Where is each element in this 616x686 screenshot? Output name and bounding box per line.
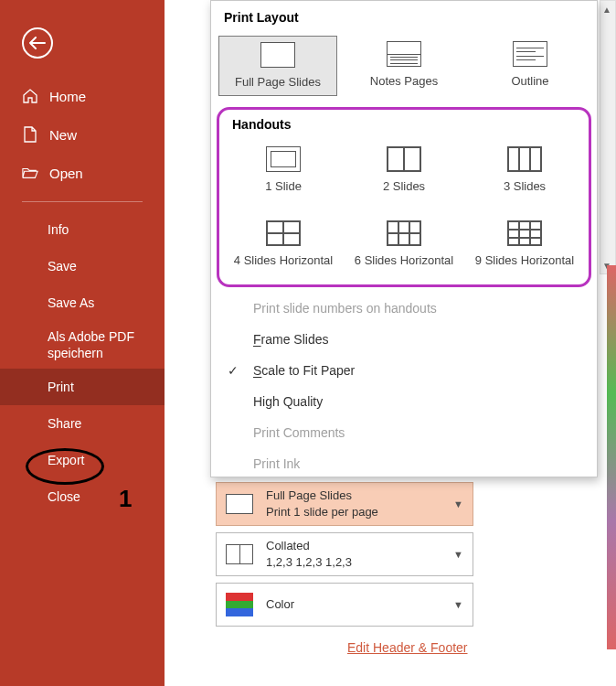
- sidebar-item-label: Save As: [48, 295, 94, 310]
- sidebar-item-label: New: [49, 127, 77, 143]
- sidebar-item-open[interactable]: Open: [0, 154, 165, 192]
- sidebar-item-label: Home: [49, 89, 86, 104]
- nine-slides-icon: [507, 220, 542, 246]
- setting-color[interactable]: Color ▼: [216, 583, 473, 627]
- one-slide-icon: [266, 146, 301, 172]
- full-page-slides-icon: [260, 42, 295, 68]
- notes-pages-icon: [387, 41, 421, 67]
- collated-icon: [226, 544, 253, 564]
- setting-print-layout[interactable]: Full Page Slides Print 1 slide per page …: [216, 482, 473, 526]
- back-button[interactable]: [22, 27, 53, 59]
- print-settings-panel: ▲ ▼ Print Layout Full Page Slides Notes …: [165, 0, 616, 686]
- handouts-highlight-box: Handouts 1 Slide 2 Slides 3 Sl: [217, 107, 591, 287]
- setting-collate[interactable]: Collated 1,2,3 1,2,3 1,2,3 ▼: [216, 532, 473, 576]
- option-notes-pages[interactable]: Notes Pages: [345, 36, 463, 96]
- slide-preview-edge: [607, 265, 616, 649]
- checkmark-icon: ✓: [228, 363, 239, 378]
- sidebar-item-share[interactable]: Share: [0, 405, 165, 442]
- sidebar-item-label: Share: [48, 416, 81, 431]
- sidebar-item-home[interactable]: Home: [0, 77, 165, 115]
- print-layout-row: Full Page Slides Notes Pages Outline: [211, 30, 597, 107]
- sidebar-item-label: Open: [49, 166, 83, 181]
- menu-high-quality[interactable]: High Quality: [211, 386, 597, 417]
- sidebar-item-label: Print: [48, 380, 74, 394]
- six-slides-icon: [387, 220, 421, 246]
- option-6-slides-horizontal[interactable]: 6 Slides Horizontal: [345, 215, 463, 273]
- menu-scale-to-fit-paper[interactable]: ✓ Scale to Fit Paper: [211, 355, 597, 386]
- handouts-row-1: 1 Slide 2 Slides 3 Slides: [219, 135, 589, 210]
- setting-layout-text: Full Page Slides Print 1 slide per page: [266, 488, 453, 520]
- chevron-down-icon: ▼: [453, 498, 463, 509]
- outline-icon: [513, 41, 547, 67]
- three-slides-icon: [507, 146, 542, 172]
- handouts-row-2: 4 Slides Horizontal 6 Slides Horizontal: [219, 209, 589, 284]
- open-folder-icon: [22, 165, 38, 181]
- sidebar-item-label: Export: [48, 453, 84, 467]
- option-3-slides[interactable]: 3 Slides: [465, 141, 584, 199]
- menu-frame-slides[interactable]: Frame Slides: [211, 324, 597, 355]
- scroll-up-icon[interactable]: ▲: [600, 3, 613, 16]
- sidebar-item-print[interactable]: Print: [0, 369, 165, 405]
- sidebar-item-label: Close: [48, 489, 80, 504]
- chevron-down-icon: ▼: [453, 549, 463, 560]
- sidebar-item-save-as[interactable]: Save As: [0, 284, 165, 321]
- option-1-slide[interactable]: 1 Slide: [224, 141, 343, 199]
- sidebar-item-export[interactable]: Export: [0, 442, 165, 478]
- option-2-slides[interactable]: 2 Slides: [345, 141, 463, 199]
- menu-print-comments: Print Comments: [211, 417, 597, 448]
- sidebar-item-info[interactable]: Info: [0, 211, 165, 248]
- full-page-slides-icon: [226, 494, 253, 514]
- option-full-page-slides[interactable]: Full Page Slides: [218, 36, 337, 96]
- color-swatch-icon: [226, 593, 253, 616]
- two-slides-icon: [387, 146, 421, 172]
- sidebar-item-label: Als Adobe PDF speichern: [48, 328, 143, 361]
- option-outline[interactable]: Outline: [471, 36, 589, 96]
- menu-print-slide-numbers: Print slide numbers on handouts: [211, 293, 597, 324]
- sidebar-item-save[interactable]: Save: [0, 248, 165, 284]
- backstage-sidebar: Home New Open Info Save Save As Als Adob…: [0, 0, 165, 686]
- scrollbar-track[interactable]: ▲ ▼: [600, 0, 616, 274]
- edit-header-footer-link[interactable]: Edit Header & Footer: [347, 640, 468, 655]
- sidebar-item-label: Info: [48, 222, 69, 237]
- print-layout-header: Print Layout: [211, 1, 597, 30]
- new-file-icon: [22, 126, 38, 143]
- menu-print-ink: Print Ink: [211, 448, 597, 479]
- back-arrow-icon: [29, 37, 46, 49]
- print-layout-dropdown: Print Layout Full Page Slides Notes Page…: [210, 0, 598, 477]
- sidebar-separator: [22, 201, 143, 202]
- chevron-down-icon: ▼: [453, 599, 463, 610]
- option-9-slides-horizontal[interactable]: 9 Slides Horizontal: [465, 215, 584, 273]
- home-icon: [22, 88, 38, 104]
- setting-collate-text: Collated 1,2,3 1,2,3 1,2,3: [266, 538, 453, 571]
- sidebar-item-adobe-pdf[interactable]: Als Adobe PDF speichern: [0, 321, 165, 369]
- handouts-header: Handouts: [219, 110, 589, 135]
- sidebar-item-label: Save: [48, 259, 77, 273]
- option-4-slides-horizontal[interactable]: 4 Slides Horizontal: [224, 215, 343, 273]
- four-slides-icon: [266, 220, 301, 246]
- sidebar-item-new[interactable]: New: [0, 115, 165, 154]
- sidebar-item-close[interactable]: Close: [0, 478, 165, 515]
- setting-color-text: Color: [266, 596, 453, 613]
